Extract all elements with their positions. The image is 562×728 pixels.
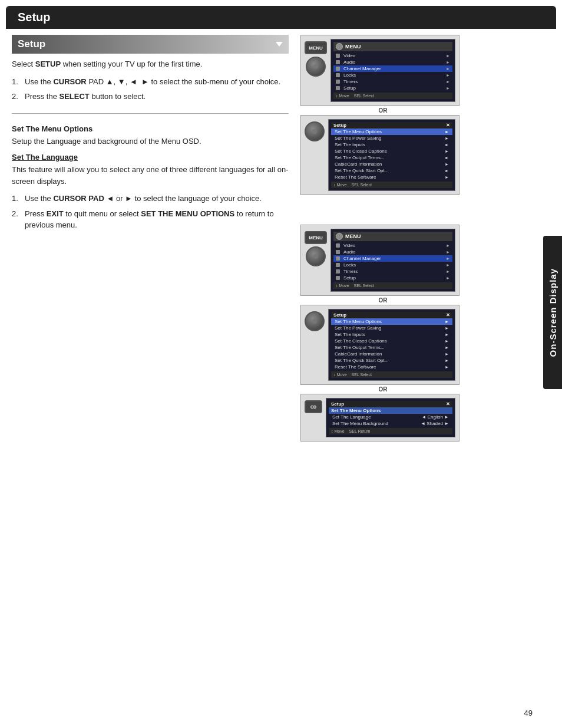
sub-subsection-header: Set The Language bbox=[12, 153, 289, 162]
tv-panel-4: Setup ✕ Set The Menu Options► Set The Po… bbox=[300, 305, 459, 385]
section1-intro: Select SETUP when setting your TV up for… bbox=[12, 58, 289, 70]
menu-button-1[interactable]: MENU bbox=[305, 41, 327, 54]
tv-panel-2: Setup ✕ Set The Menu Options► Set The Po… bbox=[300, 115, 459, 195]
tv-submenu-title-5: Setup ✕ bbox=[329, 401, 452, 407]
tv4-sub-item-5: CableCard Information► bbox=[331, 351, 452, 357]
tv-sub-item-2: Set The Inputs► bbox=[331, 141, 452, 148]
tv-screen-1: MENU Video► Audio► Channel Manager► Lock bbox=[330, 39, 455, 102]
section1-title-box: Setup bbox=[12, 35, 289, 54]
item-icon bbox=[336, 67, 340, 71]
tv-item-audio-1: Audio► bbox=[333, 59, 452, 65]
tv-screen-5: Setup ✕ Set The Menu Options Set The Lan… bbox=[326, 398, 455, 437]
nav-button-2[interactable] bbox=[305, 121, 325, 141]
tv4-sub-item-6: Set The Quick Start Opt...► bbox=[331, 357, 452, 364]
item-icon bbox=[336, 263, 340, 267]
nav-button-1[interactable] bbox=[306, 57, 326, 77]
tv4-sub-item-1: Set The Power Saving► bbox=[331, 325, 452, 331]
nav-button-4[interactable] bbox=[305, 311, 325, 331]
item-icon bbox=[336, 86, 340, 90]
page-header: Setup bbox=[6, 6, 556, 29]
tv4-sub-item-3: Set The Closed Captions► bbox=[331, 338, 452, 344]
panel-group-2: MENU MENU Video► bbox=[300, 225, 465, 442]
tv-footer-2: ↕ Move SEL Select bbox=[331, 182, 452, 188]
right-column: MENU MENU Video► bbox=[295, 29, 465, 719]
tv-sub-item-5: CableCard Information► bbox=[331, 161, 452, 167]
tv4-sub-item-7: Reset The Software► bbox=[331, 364, 452, 370]
tv-menu-title-3: MENU bbox=[333, 232, 452, 241]
or-label-3: OR bbox=[300, 386, 465, 393]
subsection-text: Setup the Language and background of the… bbox=[12, 136, 289, 147]
tv-item-setup-1: Setup► bbox=[333, 85, 452, 91]
subsection-header: Set The Menu Options bbox=[12, 124, 289, 133]
tv-sub-item-3: Set The Closed Captions► bbox=[331, 148, 452, 154]
item-icon bbox=[336, 73, 340, 77]
remote-icons-5: CD bbox=[305, 398, 322, 413]
tv-screen-2: Setup ✕ Set The Menu Options► Set The Po… bbox=[328, 119, 455, 191]
section2-step1: 1. Use the CURSOR PAD ◄ or ► to select t… bbox=[12, 193, 289, 205]
tv-sub-item-0: Set The Menu Options► bbox=[331, 129, 452, 135]
item-icon bbox=[336, 256, 340, 261]
nav-cross-icon-4 bbox=[308, 315, 321, 328]
remote-icons-2 bbox=[305, 119, 325, 141]
tv-submenu-title-4: Setup ✕ bbox=[331, 312, 452, 318]
tv-submenu-title-2: Setup ✕ bbox=[331, 122, 452, 129]
tv-footer-1: ↕ Move SEL Select bbox=[333, 93, 452, 99]
section1-steps: 1. Use the CURSOR PAD ▲, ▼, ◄ ► to selec… bbox=[12, 76, 289, 103]
tv5-menu-options-title: Set The Menu Options bbox=[329, 407, 452, 414]
page-content: Setup Select SETUP when setting your TV … bbox=[0, 29, 562, 724]
section1-title: Setup bbox=[18, 38, 45, 50]
tv-footer-5: ↕ Move SEL Return bbox=[329, 428, 452, 434]
tv-menu-title-1: MENU bbox=[333, 42, 452, 51]
nav-cross-icon-1 bbox=[309, 60, 322, 73]
section2-step2: 2. Press EXIT to quit menu or select SET… bbox=[12, 208, 289, 231]
tv-screen-4: Setup ✕ Set The Menu Options► Set The Po… bbox=[328, 309, 455, 381]
item-icon bbox=[336, 80, 340, 84]
nav-cross-icon-3 bbox=[309, 250, 322, 263]
nav-button-3[interactable] bbox=[306, 246, 326, 266]
header-title: Setup bbox=[18, 11, 51, 24]
tv-item-video-1: Video► bbox=[333, 52, 452, 59]
tv5-option-background: Set The Menu Background ◄ Shaded ► bbox=[329, 420, 452, 427]
panel-group-1: MENU MENU Video► bbox=[300, 35, 465, 195]
tv3-item-setup: Setup► bbox=[333, 275, 452, 281]
tv4-sub-item-0: Set The Menu Options► bbox=[331, 318, 452, 325]
tv-item-locks-1: Locks► bbox=[333, 72, 452, 78]
nav-cross-icon-2 bbox=[308, 125, 321, 138]
or-label-1: OR bbox=[300, 107, 465, 114]
vertical-tab: On-Screen Display bbox=[543, 236, 562, 389]
item-icon bbox=[336, 269, 340, 274]
tv4-sub-item-4: Set The Output Terms...► bbox=[331, 344, 452, 351]
remote-icons-3: MENU bbox=[305, 229, 327, 266]
divider1 bbox=[12, 113, 289, 114]
section1-arrow-icon bbox=[276, 42, 283, 47]
menu-button-3[interactable]: MENU bbox=[305, 231, 327, 244]
tv-screen-3: MENU Video► Audio► Channel Manager► Lock bbox=[330, 229, 455, 292]
item-icon bbox=[336, 276, 340, 280]
tv-sub-item-4: Set The Output Terms...► bbox=[331, 154, 452, 161]
tv3-item-timers: Timers► bbox=[333, 268, 452, 275]
tv-sub-item-6: Set The Quick Start Opt...► bbox=[331, 167, 452, 174]
tv-footer-3: ↕ Move SEL Select bbox=[333, 282, 452, 289]
section1-step1: 1. Use the CURSOR PAD ▲, ▼, ◄ ► to selec… bbox=[12, 76, 289, 88]
tv3-item-channel: Channel Manager► bbox=[333, 255, 452, 262]
tv-footer-4: ↕ Move SEL Select bbox=[331, 371, 452, 378]
tv-sub-item-7: Reset The Software► bbox=[331, 174, 452, 180]
left-column: Setup Select SETUP when setting your TV … bbox=[6, 29, 295, 719]
item-icon bbox=[336, 60, 340, 64]
cd-button-5[interactable]: CD bbox=[305, 400, 322, 413]
tv4-sub-item-2: Set The Inputs► bbox=[331, 331, 452, 338]
remote-icons-1: MENU bbox=[305, 39, 327, 77]
tv5-option-language: Set The Language ◄ English ► bbox=[329, 414, 452, 420]
tv-panel-3: MENU MENU Video► bbox=[300, 225, 459, 296]
page-number: 49 bbox=[524, 709, 533, 717]
menu-icon-3 bbox=[336, 233, 343, 240]
menu-btn-label-3: MENU bbox=[309, 235, 323, 241]
tv-item-channel-1: Channel Manager► bbox=[333, 65, 452, 72]
item-icon bbox=[336, 250, 340, 254]
sub-subsection-text: This feature will allow you to select an… bbox=[12, 164, 289, 187]
item-icon bbox=[336, 243, 340, 248]
or-label-2: OR bbox=[300, 297, 465, 304]
tv-panel-1: MENU MENU Video► bbox=[300, 35, 459, 106]
tv-sub-item-1: Set The Power Saving► bbox=[331, 135, 452, 141]
item-icon bbox=[336, 54, 340, 58]
